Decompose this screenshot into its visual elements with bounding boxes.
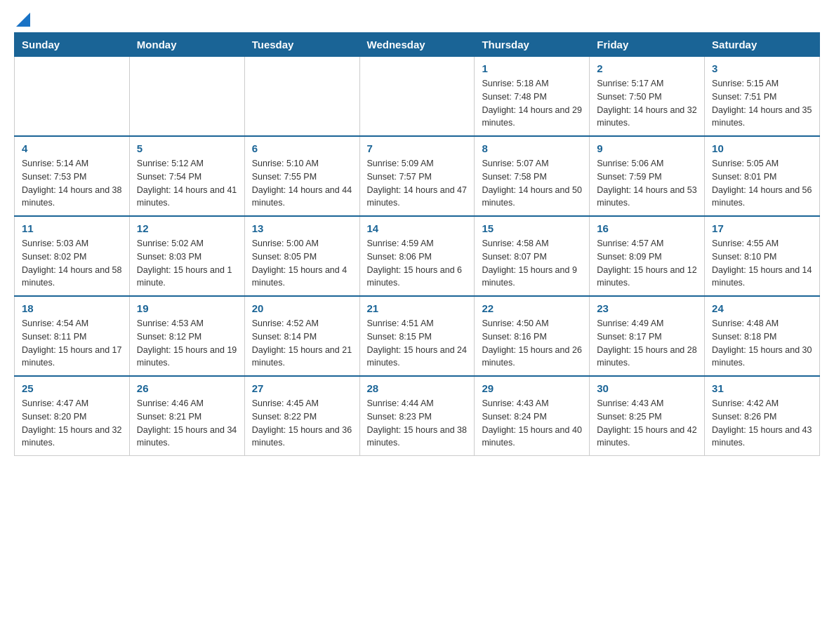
calendar-day-cell: 12Sunrise: 5:02 AM Sunset: 8:03 PM Dayli… bbox=[129, 216, 244, 296]
day-info: Sunrise: 4:53 AM Sunset: 8:12 PM Dayligh… bbox=[137, 317, 237, 370]
day-number: 24 bbox=[712, 302, 812, 314]
calendar-day-cell bbox=[359, 57, 475, 137]
calendar-day-cell: 29Sunrise: 4:43 AM Sunset: 8:24 PM Dayli… bbox=[475, 376, 590, 456]
day-info: Sunrise: 5:02 AM Sunset: 8:03 PM Dayligh… bbox=[137, 237, 237, 290]
calendar-day-cell: 15Sunrise: 4:58 AM Sunset: 8:07 PM Dayli… bbox=[475, 216, 590, 296]
day-info: Sunrise: 5:07 AM Sunset: 7:58 PM Dayligh… bbox=[482, 157, 582, 210]
day-info: Sunrise: 4:59 AM Sunset: 8:06 PM Dayligh… bbox=[367, 237, 468, 290]
day-number: 2 bbox=[597, 62, 697, 74]
day-number: 16 bbox=[597, 222, 697, 234]
day-number: 6 bbox=[252, 142, 352, 154]
calendar-week-row: 25Sunrise: 4:47 AM Sunset: 8:20 PM Dayli… bbox=[15, 376, 820, 456]
day-number: 23 bbox=[597, 302, 697, 314]
day-number: 20 bbox=[252, 302, 352, 314]
day-number: 1 bbox=[482, 62, 582, 74]
day-info: Sunrise: 5:18 AM Sunset: 7:48 PM Dayligh… bbox=[482, 77, 582, 130]
calendar-day-cell bbox=[15, 57, 130, 137]
calendar-day-cell: 14Sunrise: 4:59 AM Sunset: 8:06 PM Dayli… bbox=[359, 216, 475, 296]
calendar-day-cell: 17Sunrise: 4:55 AM Sunset: 8:10 PM Dayli… bbox=[705, 216, 820, 296]
calendar-day-cell: 22Sunrise: 4:50 AM Sunset: 8:16 PM Dayli… bbox=[475, 296, 590, 376]
calendar-day-cell: 24Sunrise: 4:48 AM Sunset: 8:18 PM Dayli… bbox=[705, 296, 820, 376]
calendar-day-cell: 18Sunrise: 4:54 AM Sunset: 8:11 PM Dayli… bbox=[15, 296, 130, 376]
calendar-day-cell: 30Sunrise: 4:43 AM Sunset: 8:25 PM Dayli… bbox=[590, 376, 705, 456]
calendar-day-cell: 3Sunrise: 5:15 AM Sunset: 7:51 PM Daylig… bbox=[705, 57, 820, 137]
day-number: 14 bbox=[367, 222, 468, 234]
calendar-day-cell: 2Sunrise: 5:17 AM Sunset: 7:50 PM Daylig… bbox=[590, 57, 705, 137]
day-info: Sunrise: 4:43 AM Sunset: 8:25 PM Dayligh… bbox=[597, 397, 697, 450]
calendar-day-cell: 31Sunrise: 4:42 AM Sunset: 8:26 PM Dayli… bbox=[705, 376, 820, 456]
calendar-header-row: Sunday Monday Tuesday Wednesday Thursday… bbox=[15, 33, 820, 57]
day-info: Sunrise: 4:57 AM Sunset: 8:09 PM Dayligh… bbox=[597, 237, 697, 290]
day-info: Sunrise: 4:54 AM Sunset: 8:11 PM Dayligh… bbox=[22, 317, 122, 370]
day-info: Sunrise: 4:42 AM Sunset: 8:26 PM Dayligh… bbox=[712, 397, 812, 450]
calendar-table: Sunday Monday Tuesday Wednesday Thursday… bbox=[14, 32, 820, 456]
calendar-day-cell: 1Sunrise: 5:18 AM Sunset: 7:48 PM Daylig… bbox=[475, 57, 590, 137]
day-number: 5 bbox=[137, 142, 237, 154]
day-number: 7 bbox=[367, 142, 468, 154]
calendar-day-cell: 6Sunrise: 5:10 AM Sunset: 7:55 PM Daylig… bbox=[244, 136, 359, 216]
day-number: 19 bbox=[137, 302, 237, 314]
day-info: Sunrise: 4:50 AM Sunset: 8:16 PM Dayligh… bbox=[482, 317, 582, 370]
day-info: Sunrise: 4:51 AM Sunset: 8:15 PM Dayligh… bbox=[367, 317, 468, 370]
calendar-day-cell: 19Sunrise: 4:53 AM Sunset: 8:12 PM Dayli… bbox=[129, 296, 244, 376]
calendar-week-row: 4Sunrise: 5:14 AM Sunset: 7:53 PM Daylig… bbox=[15, 136, 820, 216]
header-saturday: Saturday bbox=[705, 33, 820, 57]
day-number: 18 bbox=[22, 302, 122, 314]
day-info: Sunrise: 5:03 AM Sunset: 8:02 PM Dayligh… bbox=[22, 237, 122, 290]
page-header bbox=[14, 14, 820, 25]
day-number: 31 bbox=[712, 382, 812, 394]
header-monday: Monday bbox=[129, 33, 244, 57]
calendar-day-cell: 11Sunrise: 5:03 AM Sunset: 8:02 PM Dayli… bbox=[15, 216, 130, 296]
day-number: 25 bbox=[22, 382, 122, 394]
day-info: Sunrise: 5:17 AM Sunset: 7:50 PM Dayligh… bbox=[597, 77, 697, 130]
day-number: 21 bbox=[367, 302, 468, 314]
day-info: Sunrise: 4:45 AM Sunset: 8:22 PM Dayligh… bbox=[252, 397, 352, 450]
day-number: 27 bbox=[252, 382, 352, 394]
day-number: 11 bbox=[22, 222, 122, 234]
day-info: Sunrise: 5:00 AM Sunset: 8:05 PM Dayligh… bbox=[252, 237, 352, 290]
calendar-day-cell: 27Sunrise: 4:45 AM Sunset: 8:22 PM Dayli… bbox=[244, 376, 359, 456]
logo-triangle-icon bbox=[16, 13, 30, 27]
day-info: Sunrise: 5:15 AM Sunset: 7:51 PM Dayligh… bbox=[712, 77, 812, 130]
day-number: 9 bbox=[597, 142, 697, 154]
header-tuesday: Tuesday bbox=[244, 33, 359, 57]
day-number: 28 bbox=[367, 382, 468, 394]
calendar-week-row: 1Sunrise: 5:18 AM Sunset: 7:48 PM Daylig… bbox=[15, 57, 820, 137]
day-number: 3 bbox=[712, 62, 812, 74]
day-info: Sunrise: 4:46 AM Sunset: 8:21 PM Dayligh… bbox=[137, 397, 237, 450]
day-info: Sunrise: 5:09 AM Sunset: 7:57 PM Dayligh… bbox=[367, 157, 468, 210]
header-friday: Friday bbox=[590, 33, 705, 57]
calendar-day-cell: 21Sunrise: 4:51 AM Sunset: 8:15 PM Dayli… bbox=[359, 296, 475, 376]
day-info: Sunrise: 4:55 AM Sunset: 8:10 PM Dayligh… bbox=[712, 237, 812, 290]
day-info: Sunrise: 5:10 AM Sunset: 7:55 PM Dayligh… bbox=[252, 157, 352, 210]
day-info: Sunrise: 4:49 AM Sunset: 8:17 PM Dayligh… bbox=[597, 317, 697, 370]
day-number: 12 bbox=[137, 222, 237, 234]
day-number: 10 bbox=[712, 142, 812, 154]
calendar-day-cell: 20Sunrise: 4:52 AM Sunset: 8:14 PM Dayli… bbox=[244, 296, 359, 376]
day-info: Sunrise: 4:44 AM Sunset: 8:23 PM Dayligh… bbox=[367, 397, 468, 450]
day-info: Sunrise: 5:14 AM Sunset: 7:53 PM Dayligh… bbox=[22, 157, 122, 210]
day-number: 15 bbox=[482, 222, 582, 234]
calendar-day-cell: 13Sunrise: 5:00 AM Sunset: 8:05 PM Dayli… bbox=[244, 216, 359, 296]
day-info: Sunrise: 4:58 AM Sunset: 8:07 PM Dayligh… bbox=[482, 237, 582, 290]
day-info: Sunrise: 5:12 AM Sunset: 7:54 PM Dayligh… bbox=[137, 157, 237, 210]
header-wednesday: Wednesday bbox=[359, 33, 475, 57]
day-number: 22 bbox=[482, 302, 582, 314]
calendar-day-cell: 25Sunrise: 4:47 AM Sunset: 8:20 PM Dayli… bbox=[15, 376, 130, 456]
day-info: Sunrise: 4:48 AM Sunset: 8:18 PM Dayligh… bbox=[712, 317, 812, 370]
day-info: Sunrise: 5:05 AM Sunset: 8:01 PM Dayligh… bbox=[712, 157, 812, 210]
calendar-day-cell: 16Sunrise: 4:57 AM Sunset: 8:09 PM Dayli… bbox=[590, 216, 705, 296]
calendar-week-row: 11Sunrise: 5:03 AM Sunset: 8:02 PM Dayli… bbox=[15, 216, 820, 296]
calendar-day-cell: 10Sunrise: 5:05 AM Sunset: 8:01 PM Dayli… bbox=[705, 136, 820, 216]
day-number: 26 bbox=[137, 382, 237, 394]
day-number: 17 bbox=[712, 222, 812, 234]
day-number: 8 bbox=[482, 142, 582, 154]
calendar-day-cell: 28Sunrise: 4:44 AM Sunset: 8:23 PM Dayli… bbox=[359, 376, 475, 456]
day-number: 4 bbox=[22, 142, 122, 154]
day-info: Sunrise: 4:47 AM Sunset: 8:20 PM Dayligh… bbox=[22, 397, 122, 450]
calendar-day-cell: 7Sunrise: 5:09 AM Sunset: 7:57 PM Daylig… bbox=[359, 136, 475, 216]
calendar-day-cell: 9Sunrise: 5:06 AM Sunset: 7:59 PM Daylig… bbox=[590, 136, 705, 216]
calendar-day-cell: 8Sunrise: 5:07 AM Sunset: 7:58 PM Daylig… bbox=[475, 136, 590, 216]
day-number: 30 bbox=[597, 382, 697, 394]
day-info: Sunrise: 5:06 AM Sunset: 7:59 PM Dayligh… bbox=[597, 157, 697, 210]
